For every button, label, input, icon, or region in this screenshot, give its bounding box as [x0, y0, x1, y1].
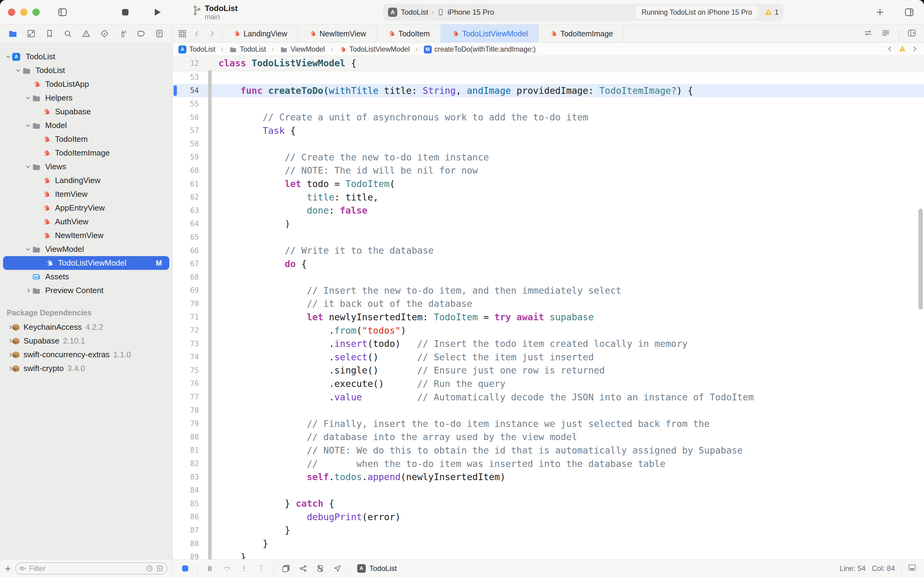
sidebar-item-TodoListApp[interactable]: TodoListApp — [0, 77, 172, 91]
tests-navigator-icon[interactable] — [100, 29, 109, 39]
sidebar-item-TodoList[interactable]: TodoList — [0, 64, 172, 77]
sidebar-item-Views[interactable]: Views — [0, 160, 172, 174]
code-area[interactable]: 5354 func createToDo(withTitle title: St… — [173, 71, 924, 559]
package-swift-crypto[interactable]: swift-crypto3.4.0 — [0, 361, 172, 375]
sidebar-item-AppEntryView[interactable]: AppEntryView — [0, 201, 172, 215]
disclosure-open-icon[interactable] — [24, 166, 32, 168]
code-line-71: 71 let newlyInsertedItem: TodoItem = try… — [173, 311, 924, 324]
code-review-icon[interactable] — [863, 28, 873, 39]
recent-files-clock-icon[interactable] — [145, 564, 153, 572]
disclosure-open-icon[interactable] — [4, 56, 12, 58]
breadcrumb[interactable]: ATodoList›TodoList›ViewModel›TodoListVie… — [179, 45, 536, 53]
toggle-left-sidebar-icon[interactable] — [57, 7, 68, 18]
view-debugger-icon[interactable] — [281, 564, 291, 573]
environment-overrides-icon[interactable] — [316, 564, 325, 573]
sidebar-item-ItemView[interactable]: ItemView — [0, 187, 172, 201]
tab-LandingView[interactable]: LandingView — [222, 24, 298, 43]
disclosure-open-icon[interactable] — [14, 70, 22, 71]
breadcrumb-item[interactable]: McreateToDo(withTitle:andImage:) — [424, 45, 536, 53]
navigator-filter-bar: + Filter — [0, 559, 173, 577]
breadcrumb-separator: › — [272, 45, 274, 53]
add-editor-icon[interactable] — [907, 28, 917, 39]
line-number: 12 — [173, 59, 199, 68]
disclosure-open-icon[interactable] — [24, 125, 32, 126]
sidebar-item-Helpers[interactable]: Helpers — [0, 91, 172, 105]
package-swift-concurrency-extras[interactable]: swift-concurrency-extras1.1.0 — [0, 348, 172, 361]
sidebar-item-TodoItemImage[interactable]: TodoItemImage — [0, 146, 172, 160]
stop-button[interactable] — [120, 7, 131, 18]
minimize-window-button[interactable] — [20, 8, 27, 16]
package-KeychainAccess[interactable]: KeychainAccess4.2.2 — [0, 320, 172, 334]
filter-field[interactable]: Filter — [15, 562, 167, 575]
sidebar-item-Assets[interactable]: Assets — [0, 270, 172, 284]
sidebar-item-Model[interactable]: Model — [0, 119, 172, 132]
breakpoints-navigator-icon[interactable] — [136, 29, 146, 39]
code-line-69: 69 // Insert the new to-do item, and the… — [173, 284, 924, 297]
line-number: 62 — [173, 193, 199, 201]
sidebar-item-Supabase[interactable]: Supabase — [0, 105, 172, 119]
sidebar-item-TodoList[interactable]: ATodoList — [0, 50, 172, 64]
breadcrumb-item[interactable]: ATodoList — [179, 45, 216, 53]
tab-NewItemView[interactable]: NewItemView — [298, 24, 377, 43]
find-navigator-icon[interactable] — [63, 29, 73, 39]
sidebar-item-Preview Content[interactable]: Preview Content — [0, 284, 172, 297]
breadcrumb-item[interactable]: TodoList — [229, 45, 266, 53]
breadcrumb-item[interactable]: TodoListViewModel — [338, 45, 410, 53]
toggle-right-sidebar-icon[interactable] — [904, 7, 915, 18]
adjust-editor-options-icon[interactable] — [881, 28, 891, 39]
disclosure-closed-icon[interactable] — [8, 340, 11, 342]
debug-navigator-icon[interactable] — [118, 29, 128, 39]
source-control-navigator-icon[interactable] — [26, 29, 36, 39]
run-button[interactable] — [151, 7, 163, 18]
back-button[interactable] — [192, 28, 202, 39]
source-control-status-icon[interactable] — [156, 564, 164, 572]
forward-button[interactable] — [206, 28, 217, 39]
disclosure-closed-icon[interactable] — [8, 367, 11, 370]
reports-navigator-icon[interactable] — [155, 29, 164, 39]
package-Supabase[interactable]: Supabase2.10.1 — [0, 334, 172, 348]
disclosure-closed-icon[interactable] — [8, 326, 11, 329]
toggle-debug-area-icon[interactable] — [908, 563, 917, 574]
sidebar-item-AuthView[interactable]: AuthView — [0, 215, 172, 229]
add-file-button[interactable]: + — [5, 564, 11, 573]
step-out-icon[interactable] — [256, 564, 266, 573]
sidebar-item-ViewModel[interactable]: ViewModel — [0, 242, 172, 256]
previous-issue-icon[interactable] — [886, 45, 894, 54]
add-button[interactable] — [874, 7, 885, 18]
sidebar-item-TodoListViewModel[interactable]: TodoListViewModelM — [3, 256, 169, 270]
warning-counter[interactable]: 1 — [764, 8, 779, 16]
vertical-scrollbar[interactable] — [919, 209, 923, 309]
related-items-icon[interactable] — [177, 28, 188, 39]
scheme-selector[interactable]: A TodoList › iPhone 15 Pro Running TodoL… — [383, 4, 784, 21]
sidebar-item-LandingView[interactable]: LandingView — [0, 174, 172, 187]
warning-icon[interactable] — [898, 45, 906, 54]
next-issue-icon[interactable] — [911, 45, 919, 54]
tab-TodoListViewModel[interactable]: TodoListViewModel — [440, 24, 539, 43]
disclosure-open-icon[interactable] — [24, 97, 32, 99]
step-into-icon[interactable] — [239, 564, 249, 573]
issues-navigator-icon[interactable] — [81, 29, 91, 39]
sidebar-item-NewItemView[interactable]: NewItemView — [0, 229, 172, 242]
project-title-block[interactable]: TodoList main — [193, 4, 238, 21]
step-over-icon[interactable] — [222, 564, 232, 573]
breadcrumb-item[interactable]: ViewModel — [280, 45, 325, 53]
running-process[interactable]: A TodoList — [357, 564, 397, 573]
project-navigator-icon[interactable] — [8, 29, 18, 39]
disclosure-closed-icon[interactable] — [8, 353, 11, 356]
memory-graph-icon[interactable] — [298, 564, 308, 573]
scheme-name[interactable]: TodoList — [401, 8, 428, 16]
pause-execution-icon[interactable] — [205, 564, 215, 573]
tab-TodoItemImage[interactable]: TodoItemImage — [538, 24, 624, 43]
hide-debug-area-button[interactable] — [180, 564, 190, 573]
bookmarks-navigator-icon[interactable] — [45, 29, 55, 39]
zoom-window-button[interactable] — [32, 8, 40, 16]
tab-TodoItem[interactable]: TodoItem — [377, 24, 441, 43]
disclosure-open-icon[interactable] — [24, 248, 32, 250]
run-destination[interactable]: iPhone 15 Pro — [448, 8, 494, 16]
toolbar: TodoList main A TodoList › iPhone 15 Pro… — [0, 0, 924, 24]
source-editor[interactable]: 12class TodoListViewModel { 5354 func cr… — [173, 56, 924, 559]
disclosure-closed-icon[interactable] — [24, 289, 32, 292]
simulate-location-icon[interactable] — [332, 564, 342, 573]
sidebar-item-TodoItem[interactable]: TodoItem — [0, 132, 172, 146]
close-window-button[interactable] — [8, 8, 15, 16]
